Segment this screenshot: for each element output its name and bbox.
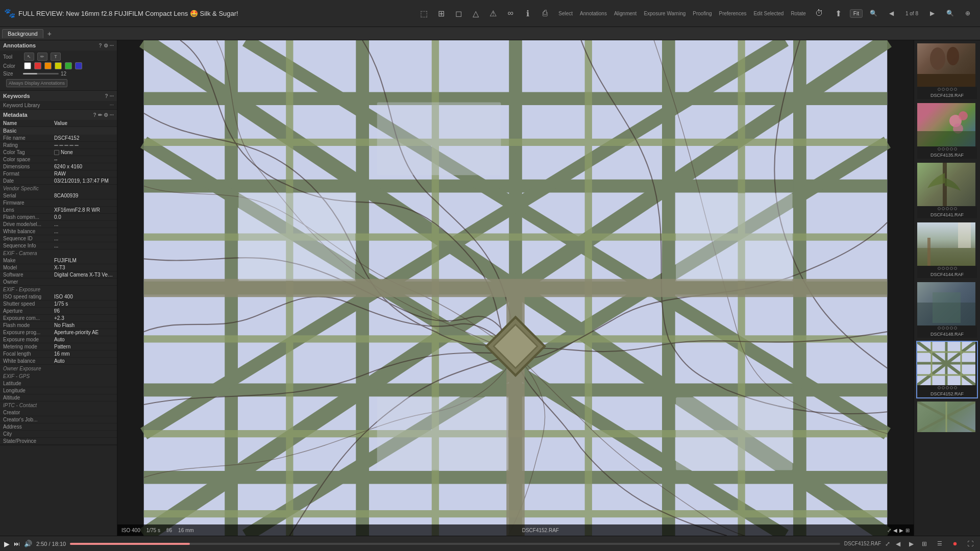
grid-btn[interactable]: ⊞ <box>919 538 930 549</box>
bottom-bar: ▶ ⏭ 🔊 2:50 / 18:10 DSCF4152.RAF ⤢ ◀ ▶ ⊞ … <box>0 536 980 551</box>
step-forward-button[interactable]: ⏭ <box>14 540 20 547</box>
thumb-rating-5 <box>917 325 977 331</box>
svg-point-40 <box>959 111 968 120</box>
play-button[interactable]: ▶ <box>4 540 10 548</box>
color-red[interactable] <box>34 62 41 69</box>
bottom-filename: DSCF4152.RAF <box>844 541 881 546</box>
metadata-header[interactable]: Metadata ? ✏ ⚙ ··· <box>0 110 117 120</box>
metadata-state: State/Province <box>0 438 117 445</box>
pen-tool-btn[interactable]: ✏ <box>37 53 47 61</box>
add-tab-btn[interactable]: + <box>45 30 54 38</box>
title-area: FULL REVIEW: New 16mm f2.8 FUJIFILM Comp… <box>18 10 412 17</box>
app-emoji-icon: 🐾 <box>4 8 15 19</box>
size-label: Size <box>3 71 21 77</box>
value-col-header: Value <box>54 120 67 126</box>
svg-point-36 <box>930 47 945 70</box>
right-controls: ⤢ ◀ ▶ ⊞ <box>885 538 930 549</box>
tool-icon-btn-8[interactable]: ⎙ <box>537 5 553 21</box>
image-container[interactable]: ISO 400 1/75 s f/6 16 mm DSCF4152.RAF ⤢ … <box>117 40 914 536</box>
thumbnail-item-1[interactable]: DSCF4128.RAF <box>916 42 978 100</box>
metadata-owner: Owner <box>0 279 117 286</box>
thumbnail-label-4: DSCF4144.RAF <box>917 271 977 278</box>
text-tool-btn[interactable]: T <box>51 53 61 61</box>
size-slider[interactable] <box>23 73 59 74</box>
exif-gps-header: EXIF - GPS <box>0 372 117 380</box>
color-orange[interactable] <box>44 62 52 69</box>
rating-dots[interactable] <box>54 145 79 146</box>
current-time: 2:50 / 18:10 <box>36 541 66 547</box>
thumbnail-item-4[interactable]: DSCF4144.RAF <box>916 221 978 279</box>
next-img-icon[interactable]: ▶ <box>899 528 903 533</box>
help-icon[interactable]: ? <box>99 43 102 48</box>
prev-bottom-btn[interactable]: ◀ <box>892 538 903 549</box>
tool-icon-btn-4[interactable]: △ <box>468 5 484 21</box>
next-btn[interactable]: ▶ <box>924 5 940 21</box>
metadata-city: City <box>0 431 117 438</box>
more-icon[interactable]: ··· <box>110 93 114 99</box>
thumbnail-img-1 <box>917 43 975 87</box>
volume-button[interactable]: 🔊 <box>24 540 32 547</box>
progress-bar[interactable] <box>70 543 840 545</box>
rec-btn[interactable]: ⏺ <box>949 538 961 549</box>
zoom-icon[interactable]: ⊞ <box>905 528 910 533</box>
tool-icon-btn-6[interactable]: ∞ <box>502 5 519 21</box>
metadata-firmware: Firmware <box>0 199 117 207</box>
metadata-alt: Altitude <box>0 394 117 402</box>
settings-icon[interactable]: ⚙ <box>104 43 108 48</box>
more-icon[interactable]: ··· <box>110 112 114 118</box>
prev-img-icon[interactable]: ◀ <box>893 528 897 533</box>
annotations-section: Annotations ? ⚙ ··· Tool ↖ ✏ T Color <box>0 40 117 91</box>
thumbnail-item-3[interactable]: DSCF4141.RAF <box>916 162 978 219</box>
color-blue[interactable] <box>75 62 82 69</box>
tool-icon-btn-5[interactable]: ⚠ <box>485 5 501 21</box>
next-bottom-btn[interactable]: ▶ <box>905 538 917 549</box>
edit-icon[interactable]: ✏ <box>98 112 102 118</box>
expand-btn[interactable]: ⤢ <box>885 540 890 547</box>
svg-rect-31 <box>676 193 792 281</box>
keyword-library-icon[interactable]: ··· <box>110 102 114 108</box>
color-yellow[interactable] <box>55 62 62 69</box>
help-icon[interactable]: ? <box>105 93 108 99</box>
search-icon-btn[interactable]: 🔍 <box>942 5 958 21</box>
color-white[interactable] <box>24 62 31 69</box>
annotations-header[interactable]: Annotations ? ⚙ ··· <box>0 40 117 51</box>
always-display-btn[interactable]: Always Display Annotations <box>6 79 67 87</box>
clock-icon-btn[interactable]: ⏱ <box>811 5 827 21</box>
thumbnail-item-5[interactable]: DSCF4148.RAF <box>916 281 978 339</box>
zoom-in-icon-btn[interactable]: ⊕ <box>960 5 976 21</box>
thumbnail-item-2[interactable]: DSCF4135.RAF <box>916 102 978 160</box>
center-filename: DSCF4152.RAF <box>522 528 559 533</box>
metadata-drive: Drive mode/sel... ... <box>0 221 117 228</box>
thumbnail-item-6[interactable]: DSCF4152.RAF <box>916 341 978 398</box>
svg-rect-45 <box>927 238 930 266</box>
thumbnail-img-7 <box>917 402 975 432</box>
zoom-out-icon-btn[interactable]: 🔍 <box>866 5 882 21</box>
toolbar-row: Background + <box>0 27 980 40</box>
help-icon[interactable]: ? <box>93 112 96 118</box>
filmstrip-toggle-btn[interactable]: ☰ <box>934 538 945 549</box>
settings-icon[interactable]: ⚙ <box>104 112 108 118</box>
background-tab[interactable]: Background <box>2 29 43 38</box>
metadata-rating[interactable]: Rating <box>0 142 117 149</box>
tool-icon-btn-7[interactable]: ℹ <box>520 5 536 21</box>
svg-rect-33 <box>676 397 792 470</box>
keywords-header[interactable]: Keywords ? ··· <box>0 91 117 101</box>
share-icon-btn[interactable]: ⬆ <box>830 5 847 21</box>
fullscreen-btn[interactable]: ⛶ <box>965 538 976 549</box>
tool-icon-btn-3[interactable]: ◻ <box>450 5 467 21</box>
metadata-wb: White balance ... <box>0 228 117 235</box>
tool-icon-btn-1[interactable]: ⬚ <box>415 5 432 21</box>
expand-icon[interactable]: ⤢ <box>887 528 891 533</box>
color-green[interactable] <box>65 62 72 69</box>
prev-btn[interactable]: ◀ <box>884 5 900 21</box>
thumbnail-img-4 <box>917 222 975 266</box>
thumbnail-item-7[interactable] <box>916 400 978 433</box>
fit-button[interactable]: Fit <box>850 9 863 18</box>
cursor-tool-btn[interactable]: ↖ <box>24 53 34 61</box>
color-tag-checkbox[interactable] <box>54 150 59 155</box>
tool-icon-btn-2[interactable]: ⊞ <box>433 5 449 21</box>
annotations-header-icons: ? ⚙ ··· <box>99 43 114 48</box>
more-icon[interactable]: ··· <box>110 43 114 48</box>
annotations-title: Annotations <box>3 42 36 48</box>
svg-rect-42 <box>917 131 975 146</box>
